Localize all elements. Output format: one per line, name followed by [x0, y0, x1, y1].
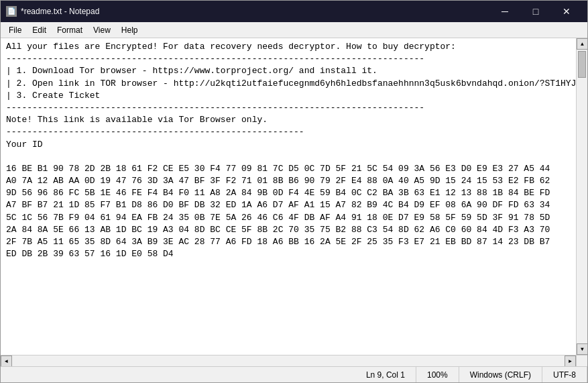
window-controls: ─ □ ✕ [489, 3, 582, 19]
bottom-row: ◄ ► [1, 355, 587, 366]
title-bar: 📄 *readme.txt - Notepad ─ □ ✕ [1, 1, 587, 22]
scroll-right-button[interactable]: ► [565, 355, 576, 367]
menu-view[interactable]: View [88, 24, 116, 36]
scroll-down-button[interactable]: ▼ [577, 343, 587, 355]
maximize-button[interactable]: □ [520, 3, 551, 19]
menu-format[interactable]: Format [52, 24, 88, 36]
text-editor[interactable]: All your files are Encrypted! For data r… [1, 38, 576, 355]
editor-area: All your files are Encrypted! For data r… [1, 38, 587, 355]
scroll-track-y[interactable] [577, 50, 587, 343]
horizontal-scrollbar[interactable]: ◄ ► [1, 355, 576, 366]
scroll-track-x[interactable] [12, 355, 565, 366]
title-bar-left: 📄 *readme.txt - Notepad [6, 6, 99, 17]
scroll-left-button[interactable]: ◄ [1, 355, 12, 367]
menu-help[interactable]: Help [116, 24, 143, 36]
menu-bar: File Edit Format View Help [1, 22, 587, 38]
resize-corner [576, 355, 587, 366]
zoom-level: 100% [416, 367, 459, 382]
notepad-icon: 📄 [6, 6, 17, 17]
minimize-button[interactable]: ─ [489, 3, 520, 19]
close-button[interactable]: ✕ [551, 3, 582, 19]
scroll-up-button[interactable]: ▲ [577, 38, 587, 50]
notepad-window: 📄 *readme.txt - Notepad ─ □ ✕ File Edit … [0, 0, 588, 383]
menu-file[interactable]: File [3, 24, 27, 36]
scroll-thumb-y[interactable] [578, 51, 586, 78]
status-bar: Ln 9, Col 1 100% Windows (CRLF) UTF-8 [1, 366, 587, 382]
cursor-position: Ln 9, Col 1 [355, 367, 416, 382]
window-title: *readme.txt - Notepad [21, 7, 99, 16]
encoding: UTF-8 [542, 367, 587, 382]
vertical-scrollbar[interactable]: ▲ ▼ [576, 38, 587, 355]
line-endings: Windows (CRLF) [459, 367, 542, 382]
menu-edit[interactable]: Edit [27, 24, 52, 36]
